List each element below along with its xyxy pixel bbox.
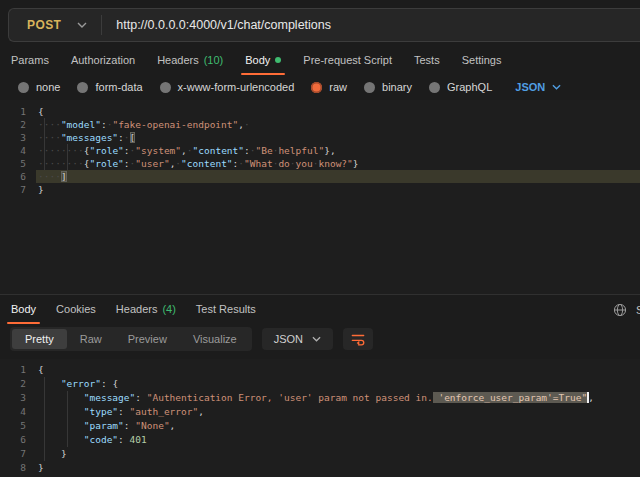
response-body-editor[interactable]: 12345678{ "error": { "message": "Authent…: [0, 359, 640, 477]
code-token: }: [38, 462, 44, 473]
chevron-down-icon: [312, 336, 321, 342]
request-body-editor[interactable]: 1234567{····"model":·"fake-openai-endpoi…: [0, 100, 640, 294]
body-mode-label: none: [36, 81, 60, 93]
request-url-bar: POST http://0.0.0.0:4000/v1/chat/complet…: [8, 8, 640, 42]
code-line: ····"messages":·[: [36, 131, 640, 144]
code-area[interactable]: { "error": { "message": "Authentication …: [36, 363, 640, 477]
whitespace-dots: ·: [313, 158, 319, 169]
response-language-label: JSON: [274, 333, 303, 345]
line-number: 1: [0, 105, 26, 118]
tab-label: Headers: [157, 54, 199, 66]
view-pretty[interactable]: Pretty: [12, 329, 67, 349]
radio-icon: [160, 82, 171, 93]
response-tab-cookies[interactable]: Cookies: [55, 296, 97, 324]
code-line: ········{"role":·"user",·"content":·"Wha…: [36, 157, 640, 170]
wrap-text-icon: [350, 332, 366, 346]
view-raw[interactable]: Raw: [67, 329, 115, 349]
line-number: 1: [0, 363, 26, 377]
code-line: {: [36, 105, 640, 118]
tab-label: Body: [245, 54, 270, 66]
body-mode-GraphQL[interactable]: GraphQL: [429, 81, 492, 93]
response-tab-test-results[interactable]: Test Results: [195, 296, 257, 324]
code-line: }: [36, 447, 640, 461]
code-token: "auth_error": [130, 406, 199, 417]
code-token: }: [38, 184, 44, 195]
save-response-partial-label[interactable]: S: [636, 304, 640, 316]
code-token: "Authentication Error, 'user' param not …: [147, 392, 433, 403]
tab-label: Tests: [414, 54, 440, 66]
code-area[interactable]: {····"model":·"fake-openai-endpoint",···…: [36, 105, 640, 294]
whitespace-dots: ·: [124, 132, 130, 143]
whitespace-dots: ····: [38, 171, 61, 182]
body-language-select[interactable]: JSON: [515, 81, 561, 93]
line-number: 3: [0, 131, 26, 144]
view-preview[interactable]: Preview: [115, 329, 180, 349]
method-selector[interactable]: POST: [9, 18, 77, 32]
line-number: 6: [0, 170, 26, 183]
tab-count: (4): [162, 303, 175, 315]
line-number-gutter: 12345678: [0, 363, 36, 477]
method-chevron-icon[interactable]: [77, 22, 101, 28]
whitespace-dots: ····: [38, 132, 61, 143]
response-tabs-right: S: [613, 303, 640, 317]
whitespace-dots: ········: [38, 158, 84, 169]
indent-guide: [67, 144, 68, 157]
code-token: "None": [135, 420, 169, 431]
globe-icon[interactable]: [613, 303, 627, 317]
code-token: :: [101, 378, 107, 389]
code-token: "code": [84, 434, 118, 445]
body-mode-raw[interactable]: raw: [311, 81, 347, 93]
tab-label: Pre-request Script: [303, 54, 392, 66]
response-tab-body[interactable]: Body: [10, 296, 37, 324]
code-token: "user": [135, 158, 169, 169]
indent-guide: [44, 377, 45, 391]
code-token: ,: [198, 406, 204, 417]
tab-body[interactable]: Body: [244, 47, 282, 75]
wrap-text-button[interactable]: [343, 328, 373, 350]
body-mode-binary[interactable]: binary: [364, 81, 412, 93]
code-token: "role": [90, 158, 124, 169]
line-number: 4: [0, 405, 26, 419]
tab-label: Headers: [116, 303, 158, 315]
tab-authorization[interactable]: Authorization: [70, 47, 136, 75]
body-mode-options: noneform-datax-www-form-urlencodedrawbin…: [18, 81, 509, 93]
response-language-select[interactable]: JSON: [262, 328, 333, 350]
tab-tests[interactable]: Tests: [413, 47, 441, 75]
tab-params[interactable]: Params: [10, 47, 50, 75]
tab-label: Cookies: [56, 303, 96, 315]
code-token: "fake-openai-endpoint": [112, 119, 238, 130]
code-token: "What·do·you·know?": [244, 158, 353, 169]
line-number: 4: [0, 144, 26, 157]
tab-headers[interactable]: Headers(10): [156, 47, 224, 75]
code-token: "content": [193, 145, 244, 156]
tab-settings[interactable]: Settings: [461, 47, 503, 75]
code-token: ,: [588, 392, 594, 403]
response-tabs: BodyCookiesHeaders(4)Test Results S: [0, 295, 640, 325]
code-line: "param": "None",: [36, 419, 640, 433]
code-line: {: [36, 363, 640, 377]
code-token: }: [61, 448, 67, 459]
code-token: :: [135, 392, 141, 403]
line-number: 7: [0, 183, 26, 196]
code-token: "system": [135, 145, 181, 156]
indent-guide: [44, 157, 45, 170]
view-visualize[interactable]: Visualize: [180, 329, 250, 349]
radio-icon: [429, 82, 440, 93]
code-token: "role": [90, 145, 124, 156]
indent-guide: [67, 419, 68, 433]
body-mode-x-www-form-urlencoded[interactable]: x-www-form-urlencoded: [160, 81, 295, 93]
radio-icon: [364, 82, 375, 93]
url-input[interactable]: http://0.0.0.0:4000/v1/chat/completions: [102, 18, 331, 32]
tab-label: Authorization: [71, 54, 135, 66]
code-line: ········{"role":·"system",·"content":·"B…: [36, 144, 640, 157]
body-mode-none[interactable]: none: [18, 81, 60, 93]
line-number: 6: [0, 433, 26, 447]
tab-label: Test Results: [196, 303, 256, 315]
line-number: 2: [0, 377, 26, 391]
response-tab-headers[interactable]: Headers(4): [115, 296, 177, 324]
body-mode-form-data[interactable]: form-data: [77, 81, 142, 93]
tab-pre-request-script[interactable]: Pre-request Script: [302, 47, 393, 75]
code-token: {: [38, 106, 44, 117]
indent-guide: [67, 433, 68, 447]
indent-guide: [44, 144, 45, 157]
